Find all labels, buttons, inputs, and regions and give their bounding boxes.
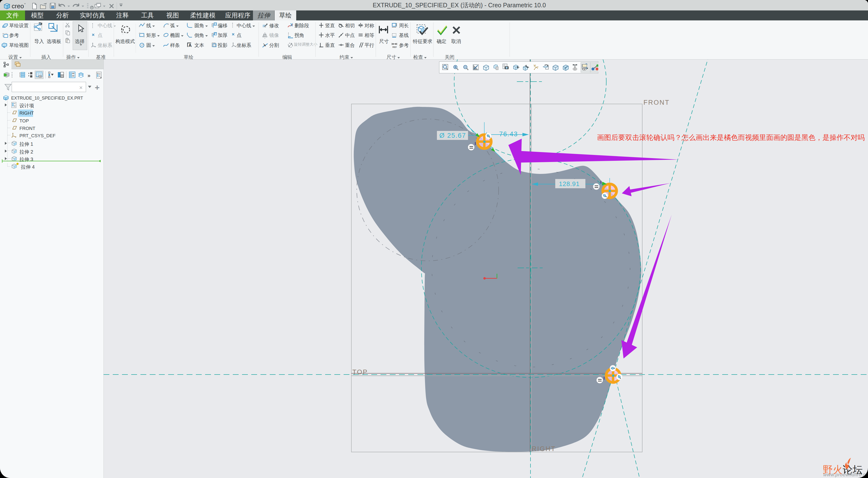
svg-text:REF: REF: [393, 46, 397, 48]
svg-text:76.43: 76.43: [499, 130, 518, 138]
svg-text:A: A: [188, 43, 191, 48]
svg-text:°: °: [24, 2, 26, 6]
svg-text:RIGHT: RIGHT: [532, 445, 556, 452]
svg-text:TOP: TOP: [352, 369, 368, 376]
svg-text:FRONT: FRONT: [644, 99, 670, 106]
svg-text:Ø 25.67: Ø 25.67: [439, 132, 466, 139]
svg-text:creo: creo: [12, 2, 24, 10]
svg-text:128.91: 128.91: [559, 180, 580, 188]
